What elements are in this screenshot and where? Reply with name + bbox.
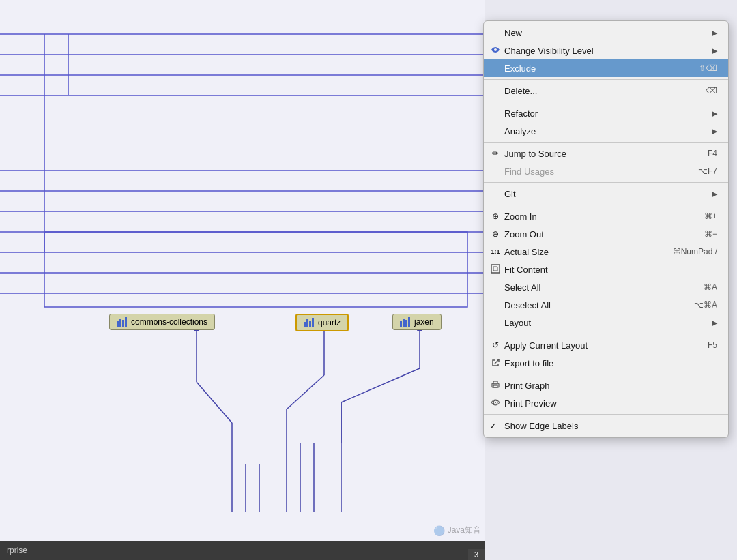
watermark: 🔵 Java知音 (433, 525, 481, 536)
zoom-in-label: Zoom In (504, 211, 691, 222)
fit-content-label: Fit Content (504, 265, 717, 275)
jump-to-source-label: Jump to Source (504, 149, 694, 159)
menu-item-analyze[interactable]: Analyze▶ (484, 122, 728, 140)
new-arrow-icon: ▶ (712, 29, 717, 38)
menu-item-select-all[interactable]: Select All⌘A (484, 278, 728, 296)
select-all-shortcut: ⌘A (704, 282, 717, 292)
menu-separator (484, 182, 728, 183)
diagram-svg (0, 0, 485, 560)
menu-separator (484, 79, 728, 80)
svg-line-23 (341, 368, 420, 402)
menu-item-git[interactable]: Git▶ (484, 185, 728, 203)
menu-item-layout[interactable]: Layout▶ (484, 314, 728, 331)
print-graph-icon (489, 381, 502, 391)
menu-item-deselect-all[interactable]: Deselect All⌥⌘A (484, 296, 728, 314)
find-usages-label: Find Usages (504, 166, 684, 177)
export-to-file-icon (489, 358, 502, 368)
menu-item-delete[interactable]: Delete...⌫ (484, 82, 728, 100)
change-visibility-label: Change Visibility Level (504, 46, 706, 56)
exclude-label: Exclude (504, 63, 685, 74)
print-preview-icon (489, 398, 502, 409)
menu-item-zoom-in[interactable]: ⊕Zoom In⌘+ (484, 207, 728, 225)
node-commons-collections[interactable]: commons-collections (109, 314, 215, 330)
apply-layout-shortcut: F5 (708, 340, 717, 350)
node-quartz[interactable]: quartz (295, 314, 349, 331)
zoom-out-shortcut: ⌘− (704, 229, 717, 239)
status-bar: rprise (0, 541, 485, 560)
menu-item-apply-layout[interactable]: ↺Apply Current LayoutF5 (484, 336, 728, 354)
fit-content-icon (489, 264, 502, 276)
checkmark-icon: ✓ (489, 421, 497, 431)
change-visibility-arrow-icon: ▶ (712, 46, 717, 55)
node-icon (304, 318, 315, 327)
svg-line-34 (495, 359, 499, 364)
menu-item-export-to-file[interactable]: Export to file (484, 354, 728, 372)
menu-item-zoom-out[interactable]: ⊖Zoom Out⌘− (484, 225, 728, 243)
find-usages-shortcut: ⌥F7 (698, 166, 717, 176)
layout-label: Layout (504, 318, 706, 328)
menu-item-actual-size[interactable]: 1:1Actual Size⌘NumPad / (484, 243, 728, 261)
zoom-out-label: Zoom Out (504, 229, 691, 239)
show-edge-labels-label: Show Edge Labels (504, 421, 717, 431)
analyze-arrow-icon: ▶ (712, 127, 717, 136)
git-label: Git (504, 189, 706, 199)
change-visibility-icon (489, 46, 502, 56)
menu-item-exclude[interactable]: Exclude⇧⌫ (484, 59, 728, 77)
actual-size-icon: 1:1 (489, 248, 502, 255)
watermark-text: Java知音 (448, 525, 481, 536)
svg-rect-36 (493, 381, 497, 384)
refactor-label: Refactor (504, 108, 706, 119)
menu-item-print-graph[interactable]: Print Graph (484, 377, 728, 394)
menu-separator (484, 334, 728, 334)
svg-line-19 (287, 375, 324, 409)
menu-item-new[interactable]: New▶ (484, 24, 728, 42)
refactor-arrow-icon: ▶ (712, 109, 717, 118)
layout-arrow-icon: ▶ (712, 319, 717, 327)
menu-item-print-preview[interactable]: Print Preview (484, 394, 728, 412)
node-jaxen[interactable]: jaxen (392, 314, 442, 330)
apply-layout-icon: ↺ (489, 340, 502, 350)
menu-item-change-visibility[interactable]: Change Visibility Level▶ (484, 42, 728, 59)
page-badge: 3 (468, 549, 485, 560)
menu-item-fit-content[interactable]: Fit Content (484, 261, 728, 278)
node-label: commons-collections (131, 317, 207, 327)
select-all-label: Select All (504, 282, 690, 293)
new-label: New (504, 28, 706, 38)
menu-item-refactor[interactable]: Refactor▶ (484, 104, 728, 122)
context-menu: New▶Change Visibility Level▶Exclude⇧⌫Del… (483, 20, 729, 438)
jump-to-source-icon: ✏ (489, 149, 502, 158)
actual-size-label: Actual Size (504, 247, 659, 257)
diagram-area: commons-collections quartz jaxen rprise … (0, 0, 485, 560)
svg-rect-13 (44, 232, 467, 307)
node-label: jaxen (414, 317, 434, 327)
menu-separator (484, 374, 728, 374)
svg-line-15 (197, 382, 232, 423)
menu-item-show-edge-labels[interactable]: ✓Show Edge Labels (484, 417, 728, 434)
node-label: quartz (318, 318, 341, 327)
print-graph-label: Print Graph (504, 381, 717, 391)
menu-item-find-usages: Find Usages⌥F7 (484, 162, 728, 180)
node-icon (117, 317, 128, 327)
menu-item-jump-to-source[interactable]: ✏Jump to SourceF4 (484, 145, 728, 162)
delete-label: Delete... (504, 86, 692, 96)
zoom-in-icon: ⊕ (489, 211, 502, 221)
deselect-all-shortcut: ⌥⌘A (694, 300, 717, 310)
menu-separator (484, 205, 728, 205)
print-preview-label: Print Preview (504, 398, 717, 409)
svg-rect-33 (491, 265, 500, 273)
apply-layout-label: Apply Current Layout (504, 340, 694, 351)
menu-separator (484, 142, 728, 143)
git-arrow-icon: ▶ (712, 190, 717, 198)
status-text: rprise (7, 546, 27, 555)
exclude-shortcut: ⇧⌫ (699, 63, 717, 73)
export-to-file-label: Export to file (504, 358, 717, 368)
analyze-label: Analyze (504, 126, 706, 136)
svg-rect-37 (493, 385, 497, 387)
svg-point-39 (495, 402, 496, 403)
zoom-out-icon: ⊖ (489, 229, 502, 239)
menu-separator (484, 414, 728, 415)
zoom-in-shortcut: ⌘+ (704, 211, 717, 221)
menu-separator (484, 102, 728, 102)
delete-shortcut: ⌫ (706, 86, 717, 95)
node-icon (400, 317, 411, 327)
